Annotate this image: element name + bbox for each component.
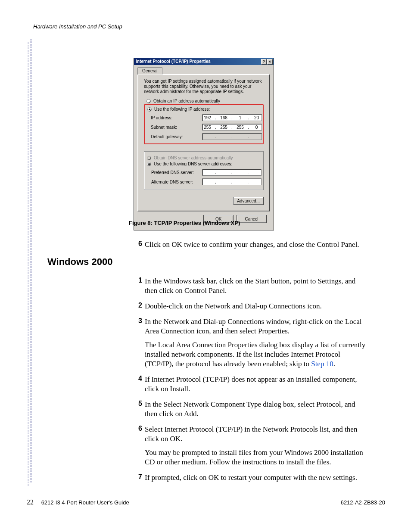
close-icon[interactable]: × <box>267 59 273 65</box>
general-panel: You can get IP settings assigned automat… <box>137 74 270 212</box>
list-item: 6 Select Internet Protocol (TCP/IP) in t… <box>131 425 369 467</box>
list-item: 6 Click on OK twice to confirm your chan… <box>131 240 368 249</box>
dialog-titlebar: Internet Protocol (TCP/IP) Properties ? … <box>134 58 274 65</box>
list-item: 4If Internet Protocol (TCP/IP) does not … <box>131 375 369 394</box>
running-header: Hardware Installation and PC Setup <box>33 23 122 30</box>
page-footer: 22 6212-I3 4-Port Router User's Guide 62… <box>27 498 385 506</box>
step-list-a: 6 Click on OK twice to confirm your chan… <box>131 240 368 255</box>
dns-group: Obtain DNS server address automatically … <box>144 151 264 190</box>
list-item: 5In the Select Network Component Type di… <box>131 400 369 419</box>
label-alternate-dns: Alternate DNS server: <box>151 180 202 184</box>
dialog-title-text: Internet Protocol (TCP/IP) Properties <box>136 58 211 65</box>
advanced-button[interactable]: Advanced... <box>233 197 264 205</box>
list-item: 1In the Windows task bar, click on the S… <box>131 277 369 296</box>
radio-obtain-dns-auto: Obtain DNS server address automatically <box>147 156 262 160</box>
section-windows-2000-heading: Windows 2000 <box>47 256 112 268</box>
ip-address-input[interactable]: 192. 168. 1. 20 <box>202 114 262 121</box>
figure-caption: Figure 8: TCP/IP Properties (Windows XP) <box>129 220 240 226</box>
list-item: 2Double-click on the Network and Dial-up… <box>131 302 369 311</box>
label-subnet-mask: Subnet mask: <box>151 125 202 130</box>
intro-text: You can get IP settings assigned automat… <box>144 79 264 94</box>
default-gateway-input[interactable]: ... <box>202 133 262 140</box>
decorative-bar-2 <box>28 42 29 486</box>
preferred-dns-input[interactable]: ... <box>202 169 262 176</box>
label-ip-address: IP address: <box>151 115 202 120</box>
label-default-gateway: Default gateway: <box>151 134 202 139</box>
label-preferred-dns: Preferred DNS server: <box>151 170 202 175</box>
help-icon[interactable]: ? <box>261 59 267 65</box>
radio-use-following-ip[interactable]: Use the following IP address: <box>147 107 262 112</box>
list-item: 7If prompted, click on OK to restart you… <box>131 473 369 482</box>
tcpip-dialog: Internet Protocol (TCP/IP) Properties ? … <box>134 58 274 230</box>
alternate-dns-input[interactable]: ... <box>202 178 262 185</box>
tab-general[interactable]: General <box>137 67 162 75</box>
link-step-10[interactable]: Step 10 <box>311 360 333 368</box>
radio-use-following-dns[interactable]: Use the following DNS server addresses: <box>147 162 262 166</box>
radio-obtain-ip-auto[interactable]: Obtain an IP address automatically <box>146 99 264 103</box>
subnet-mask-input[interactable]: 255. 255. 255. 0 <box>202 124 262 131</box>
step-list-b: 1In the Windows task bar, click on the S… <box>131 277 369 488</box>
cancel-button[interactable]: Cancel <box>237 215 267 223</box>
list-item: 3 In the Network and Dial-up Connections… <box>131 317 369 369</box>
page-number: 22 <box>27 498 34 506</box>
doc-title: 6212-I3 4-Port Router User's Guide <box>41 499 129 506</box>
manual-ip-group-highlight: Use the following IP address: IP address… <box>144 104 264 144</box>
decorative-bar <box>30 39 32 482</box>
doc-code: 6212-A2-ZB83-20 <box>341 499 385 506</box>
